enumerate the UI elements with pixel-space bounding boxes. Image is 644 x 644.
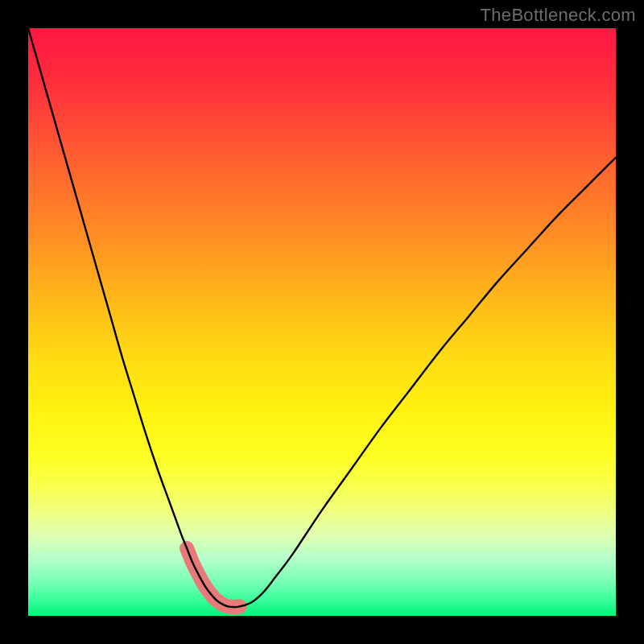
bottleneck-curve-svg — [28, 28, 616, 616]
bottleneck-curve — [28, 28, 616, 607]
plot-area — [28, 28, 616, 616]
watermark-text: TheBottleneck.com — [481, 5, 636, 26]
chart-frame: TheBottleneck.com — [0, 0, 644, 644]
